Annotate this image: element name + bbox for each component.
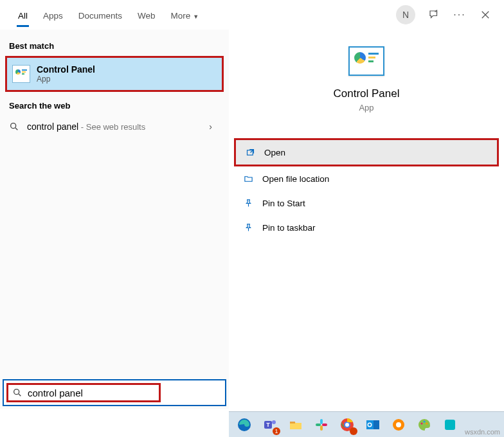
results-panel: Best match Control Panel App Search the …	[0, 30, 229, 409]
svg-point-2	[11, 123, 16, 129]
svg-line-5	[19, 394, 21, 396]
action-open-label: Open	[264, 148, 285, 157]
tab-web[interactable]: Web	[130, 3, 163, 27]
more-options-icon[interactable]: ···	[453, 8, 467, 22]
action-list: Open Open file location Pin to Start Pin…	[229, 138, 504, 240]
svg-point-27	[421, 422, 423, 424]
close-icon[interactable]	[478, 8, 492, 22]
search-icon	[12, 388, 22, 398]
svg-point-24	[368, 424, 371, 426]
detail-subtitle: App	[359, 103, 374, 112]
explorer-icon[interactable]	[287, 416, 305, 434]
svg-rect-14	[320, 419, 323, 424]
watermark: wsxdn.com	[465, 428, 500, 436]
teams-icon[interactable]: T1	[261, 416, 279, 434]
chrome-icon[interactable]	[338, 416, 356, 434]
action-pin-taskbar[interactable]: Pin to taskbar	[229, 215, 504, 240]
app-icon[interactable]	[441, 416, 459, 434]
notification-badge: 1	[273, 427, 280, 435]
svg-point-11	[272, 420, 276, 424]
pin-icon	[243, 222, 253, 233]
search-icon	[9, 121, 19, 132]
tab-more[interactable]: More▼	[163, 3, 207, 27]
tab-apps[interactable]: Apps	[35, 3, 71, 27]
svg-rect-17	[322, 424, 327, 426]
svg-point-26	[396, 422, 401, 427]
detail-title: Control Panel	[333, 87, 399, 100]
action-open-location-label: Open file location	[262, 174, 329, 184]
tab-documents[interactable]: Documents	[71, 3, 130, 27]
slack-icon[interactable]	[312, 416, 330, 434]
notification-badge	[350, 427, 357, 435]
action-pin-start-label: Pin to Start	[262, 199, 305, 208]
search-bar[interactable]	[3, 379, 226, 406]
control-panel-large-icon	[348, 46, 384, 76]
tab-all[interactable]: All	[10, 3, 35, 27]
svg-line-3	[15, 128, 17, 130]
action-pin-start[interactable]: Pin to Start	[229, 191, 504, 215]
svg-rect-15	[320, 425, 323, 431]
svg-rect-13	[290, 422, 295, 424]
chevron-down-icon: ▼	[193, 13, 199, 20]
best-match-title: Control Panel	[37, 64, 95, 75]
detail-panel: Control Panel App Open Open file locatio…	[229, 30, 504, 409]
action-pin-taskbar-label: Pin to taskbar	[262, 223, 316, 233]
user-avatar[interactable]: N	[396, 5, 415, 24]
feedback-icon[interactable]	[427, 8, 441, 22]
top-tools: N ···	[396, 5, 499, 24]
action-open-location[interactable]: Open file location	[229, 166, 504, 191]
folder-icon	[243, 174, 253, 184]
svg-point-28	[424, 420, 426, 422]
svg-point-29	[426, 422, 428, 424]
outlook-icon[interactable]	[364, 416, 382, 434]
search-input[interactable]	[28, 388, 155, 398]
search-web-label: Search the web	[0, 97, 229, 114]
chevron-right-icon: ›	[209, 121, 220, 132]
taskbar: T1	[229, 411, 504, 437]
open-icon	[245, 147, 255, 157]
svg-rect-30	[445, 420, 455, 430]
filter-tabs: All Apps Documents Web More▼	[5, 3, 206, 27]
best-match-label: Best match	[0, 37, 229, 55]
best-match-result[interactable]: Control Panel App	[5, 56, 224, 92]
open-highlight: Open	[234, 138, 499, 166]
best-match-text: Control Panel App	[37, 64, 95, 84]
action-open[interactable]: Open	[236, 140, 497, 165]
svg-point-20	[345, 423, 349, 427]
control-panel-icon	[12, 65, 30, 83]
pin-icon	[243, 198, 253, 208]
edge-icon[interactable]	[235, 416, 253, 434]
svg-rect-16	[316, 424, 321, 426]
best-match-subtitle: App	[37, 75, 95, 84]
top-bar: All Apps Documents Web More▼ N ···	[0, 0, 504, 30]
camera-icon[interactable]	[390, 416, 408, 434]
web-result-text: control panel - See web results	[27, 121, 145, 132]
web-search-result[interactable]: control panel - See web results ›	[0, 114, 229, 139]
main-content: Best match Control Panel App Search the …	[0, 30, 504, 409]
svg-text:T: T	[266, 422, 270, 428]
paint-icon[interactable]	[415, 416, 433, 434]
svg-point-4	[14, 389, 19, 395]
